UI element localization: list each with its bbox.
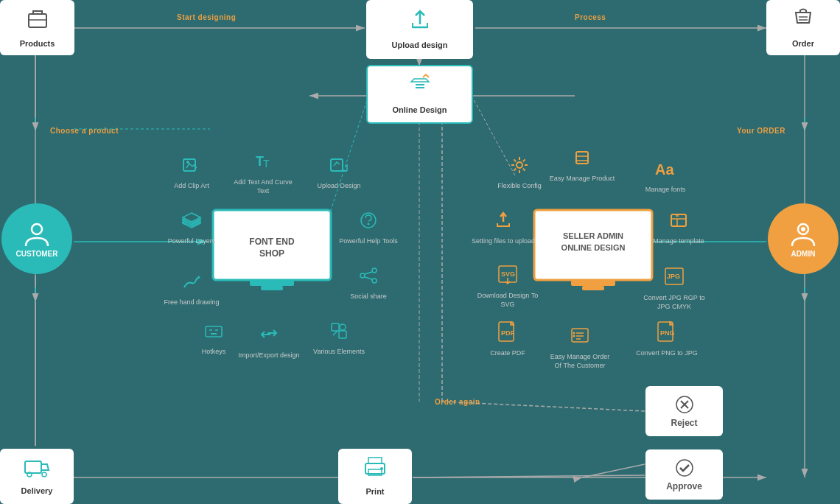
svg-text:PDF: PDF bbox=[501, 329, 515, 337]
start-designing-label: Start designing bbox=[177, 13, 236, 21]
flexible-config-icon bbox=[509, 155, 530, 180]
setting-files-label: Setting files to upload bbox=[472, 237, 535, 246]
easy-manage-product-label: Easy Manage Product bbox=[550, 175, 615, 183]
svg-point-57 bbox=[186, 161, 189, 164]
online-design-icon bbox=[408, 73, 432, 102]
freehand-icon bbox=[181, 271, 202, 296]
print-label: Print bbox=[365, 486, 384, 497]
svg-text:ONLINE DESIGN: ONLINE DESIGN bbox=[561, 243, 626, 252]
svg-point-65 bbox=[368, 223, 370, 225]
svg-point-43 bbox=[801, 227, 805, 231]
svg-rect-28 bbox=[29, 14, 46, 27]
approve-icon bbox=[674, 458, 695, 481]
svg-point-91 bbox=[573, 332, 575, 335]
products-node: Products bbox=[0, 0, 74, 55]
svg-point-67 bbox=[360, 273, 365, 278]
svg-text:SVG: SVG bbox=[501, 270, 515, 278]
feature-manage-template: Manage template bbox=[645, 210, 712, 246]
upload-icon bbox=[408, 8, 432, 37]
create-pdf-icon: PDF bbox=[496, 321, 519, 347]
svg-point-92 bbox=[573, 335, 575, 337]
svg-rect-49 bbox=[261, 286, 283, 290]
feature-upload-design: Upload Design bbox=[306, 155, 372, 191]
feature-import-export: Import/Export design bbox=[236, 324, 302, 360]
feature-easy-manage-order: Easy Manage Order Of The Customer bbox=[547, 324, 613, 370]
easy-manage-order-label: Easy Manage Order Of The Customer bbox=[547, 353, 613, 370]
svg-text:T: T bbox=[263, 158, 270, 169]
feature-create-pdf: PDF Create PDF bbox=[475, 321, 541, 358]
svg-line-69 bbox=[365, 272, 372, 274]
delivery-node: Delivery bbox=[0, 449, 74, 504]
download-svg-icon: SVG bbox=[496, 263, 519, 290]
svg-rect-60 bbox=[331, 159, 343, 171]
svg-text:Aa: Aa bbox=[655, 161, 674, 178]
feature-easy-manage-product: Easy Manage Product bbox=[549, 147, 615, 183]
order-icon bbox=[791, 7, 815, 35]
reject-label: Reject bbox=[671, 418, 697, 428]
convert-jpg-icon: JPG bbox=[662, 265, 686, 292]
elements-icon bbox=[329, 321, 349, 346]
hotkeys-icon bbox=[203, 321, 224, 346]
feature-help-tools: Powerful Help Tools bbox=[335, 210, 402, 246]
clip-art-icon bbox=[181, 155, 202, 180]
manage-fonts-icon: Aa bbox=[654, 158, 677, 183]
customer-node: CUSTOMER bbox=[1, 203, 72, 274]
svg-point-66 bbox=[372, 268, 377, 273]
products-label: Products bbox=[20, 38, 55, 49]
clip-art-label: Add Clip Art bbox=[174, 182, 209, 191]
import-export-icon bbox=[259, 324, 279, 349]
convert-png-label: Convert PNG to JPG bbox=[636, 349, 698, 358]
elements-label: Various Elements bbox=[313, 348, 365, 357]
svg-text:SHOP: SHOP bbox=[259, 248, 284, 259]
feature-elements: Various Elements bbox=[306, 321, 372, 357]
order-again-label: Order again bbox=[435, 398, 480, 406]
svg-text:PNG: PNG bbox=[660, 329, 675, 337]
print-icon bbox=[363, 456, 388, 483]
feature-add-text: T T Add Text And Curve Text bbox=[230, 151, 296, 195]
svg-point-98 bbox=[676, 460, 693, 476]
feature-convert-jpg: JPG Convert JPG RGP to JPG CMYK bbox=[641, 265, 707, 311]
frontend-shop-monitor: FONT END SHOP bbox=[209, 206, 335, 291]
add-text-label: Add Text And Curve Text bbox=[230, 178, 296, 195]
social-icon bbox=[358, 265, 379, 290]
upload-design-feat-icon bbox=[329, 155, 349, 180]
reject-box: Reject bbox=[645, 386, 723, 436]
layers-label: Powerful Layers bbox=[168, 237, 216, 246]
reject-icon bbox=[674, 394, 695, 418]
svg-rect-78 bbox=[339, 331, 346, 338]
svg-point-36 bbox=[42, 472, 46, 477]
svg-rect-38 bbox=[368, 458, 382, 463]
process-label: Process bbox=[575, 13, 606, 21]
svg-point-80 bbox=[517, 162, 522, 168]
upload-design-feat-label: Upload Design bbox=[317, 182, 360, 191]
feature-layers: Powerful Layers bbox=[158, 210, 225, 246]
admin-node: ADMIN bbox=[768, 203, 839, 274]
svg-point-40 bbox=[380, 467, 383, 470]
social-label: Social share bbox=[350, 293, 387, 301]
convert-png-icon: PNG bbox=[655, 321, 679, 347]
flexible-config-label: Flexible Config bbox=[497, 182, 542, 191]
freehand-label: Free hand drawing bbox=[164, 298, 219, 307]
svg-text:JPG: JPG bbox=[667, 273, 680, 280]
manage-fonts-label: Manage fonts bbox=[645, 186, 686, 195]
customer-label: CUSTOMER bbox=[15, 250, 57, 258]
svg-line-21 bbox=[582, 464, 645, 477]
svg-rect-55 bbox=[582, 286, 604, 290]
easy-manage-product-icon bbox=[572, 147, 592, 172]
feature-download-svg: SVG Download Design To SVG bbox=[475, 263, 541, 309]
svg-rect-48 bbox=[250, 280, 294, 286]
feature-freehand: Free hand drawing bbox=[158, 271, 225, 307]
online-design-label: Online Design bbox=[393, 105, 447, 115]
products-icon bbox=[26, 7, 49, 35]
feature-manage-fonts: Aa Manage fonts bbox=[632, 158, 699, 195]
delivery-icon bbox=[24, 457, 50, 483]
download-svg-label: Download Design To SVG bbox=[475, 292, 541, 309]
seller-admin-monitor: SELLER ADMIN ONLINE DESIGN bbox=[531, 206, 656, 291]
feature-convert-png: PNG Convert PNG to JPG bbox=[634, 321, 700, 358]
feature-setting-files: Setting files to upload bbox=[470, 210, 536, 246]
svg-point-68 bbox=[372, 279, 377, 283]
approve-box: Approve bbox=[645, 449, 723, 500]
easy-manage-order-icon bbox=[569, 324, 591, 351]
svg-rect-34 bbox=[25, 461, 41, 473]
your-order-label: Your ORDER bbox=[737, 127, 785, 135]
